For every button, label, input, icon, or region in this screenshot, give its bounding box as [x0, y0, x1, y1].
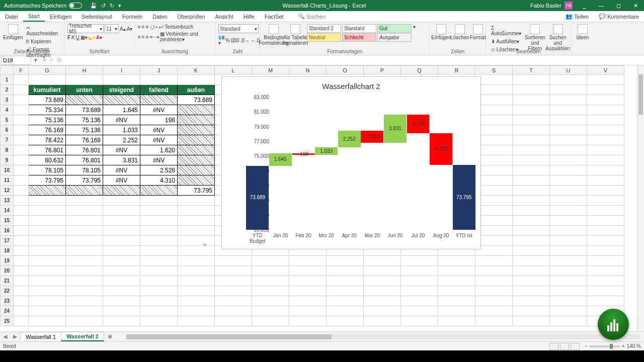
- cell-V1[interactable]: [587, 75, 624, 85]
- row-header-17[interactable]: 17: [1, 236, 14, 246]
- cell-Q22[interactable]: [401, 286, 438, 296]
- cell-J15[interactable]: [140, 216, 178, 226]
- cell-F1[interactable]: [14, 75, 29, 85]
- cell-G19[interactable]: [29, 256, 66, 266]
- tab-ueberpruefen[interactable]: Überprüfen: [173, 11, 210, 22]
- underline-button[interactable]: U: [76, 35, 79, 40]
- cell-K15[interactable]: [178, 216, 215, 226]
- col-header-U[interactable]: U: [550, 66, 587, 75]
- cell-O24[interactable]: [327, 306, 364, 316]
- cell-L20[interactable]: [215, 266, 252, 276]
- cell-S21[interactable]: [475, 276, 513, 286]
- cell-Q23[interactable]: [401, 296, 438, 306]
- cell-Q19[interactable]: [401, 256, 438, 266]
- cell-T12[interactable]: [513, 186, 550, 196]
- fill-color-button[interactable]: ◣▾: [89, 35, 95, 40]
- cell-J5[interactable]: 198: [140, 115, 178, 125]
- cell-N23[interactable]: [289, 296, 327, 306]
- cell-H7[interactable]: 76.169: [66, 135, 103, 145]
- col-header-H[interactable]: H: [66, 66, 103, 75]
- cell-G15[interactable]: [29, 216, 66, 226]
- cell-H14[interactable]: [66, 206, 103, 216]
- cell-T2[interactable]: [513, 85, 550, 95]
- cell-U7[interactable]: [550, 135, 587, 145]
- cell-U3[interactable]: [550, 95, 587, 105]
- cell-G3[interactable]: 73.689: [29, 95, 66, 105]
- tab-factset[interactable]: FactSet: [260, 11, 289, 22]
- cell-F6[interactable]: [14, 125, 29, 135]
- cell-T3[interactable]: [513, 95, 550, 105]
- cell-M19[interactable]: [252, 256, 289, 266]
- cell-K23[interactable]: [178, 296, 215, 306]
- cell-R21[interactable]: [438, 276, 475, 286]
- cell-T25[interactable]: [513, 316, 550, 326]
- zoom-out-icon[interactable]: −: [585, 343, 588, 349]
- cell-F8[interactable]: [14, 145, 29, 155]
- cell-J3[interactable]: [140, 95, 178, 105]
- cell-L23[interactable]: [215, 296, 252, 306]
- cell-P20[interactable]: [364, 266, 401, 276]
- cell-J11[interactable]: 4.310: [140, 175, 178, 186]
- cell-M23[interactable]: [252, 296, 289, 306]
- cell-V3[interactable]: [587, 95, 624, 105]
- number-format-combo[interactable]: Standard▾: [218, 24, 259, 33]
- cell-G11[interactable]: 73.795: [29, 175, 66, 186]
- cell-K20[interactable]: [178, 266, 215, 276]
- cell-G20[interactable]: [29, 266, 66, 276]
- cell-L24[interactable]: [215, 306, 252, 316]
- cell-T16[interactable]: [513, 226, 550, 236]
- ideas-button[interactable]: Ideen: [575, 24, 591, 40]
- cell-H10[interactable]: 78.105: [66, 165, 103, 175]
- copy-button[interactable]: ⎘ Kopieren: [24, 38, 61, 45]
- italic-button[interactable]: K: [71, 35, 75, 40]
- row-header-14[interactable]: 14: [1, 206, 14, 216]
- row-header-4[interactable]: 4: [1, 105, 14, 115]
- cell-J8[interactable]: 1.620: [140, 145, 178, 155]
- cell-I14[interactable]: [103, 206, 140, 216]
- cell-G12[interactable]: [29, 186, 66, 196]
- cell-I11[interactable]: #NV: [103, 175, 140, 186]
- qat-dropdown-icon[interactable]: ▾: [118, 3, 121, 9]
- cell-O22[interactable]: [327, 286, 364, 296]
- col-header-M[interactable]: M: [252, 66, 289, 75]
- tab-datei[interactable]: Datei: [0, 11, 23, 22]
- cell-O23[interactable]: [327, 296, 364, 306]
- cell-I9[interactable]: 3.831: [103, 155, 140, 165]
- cell-F3[interactable]: [14, 95, 29, 105]
- cell-J14[interactable]: [140, 206, 178, 216]
- cell-F25[interactable]: [14, 316, 29, 326]
- cell-I23[interactable]: [103, 296, 140, 306]
- zoom-slider[interactable]: [590, 345, 620, 347]
- cell-V4[interactable]: [587, 105, 624, 115]
- row-header-1[interactable]: 1: [1, 75, 14, 85]
- row-header-16[interactable]: 16: [1, 226, 14, 236]
- indent-increase-icon[interactable]: ⇥: [155, 34, 159, 40]
- tab-nav-next-icon[interactable]: ▶: [10, 333, 20, 340]
- cell-G21[interactable]: [29, 276, 66, 286]
- increase-decimal-icon[interactable]: .0→: [240, 38, 250, 43]
- cell-I8[interactable]: #NV: [103, 145, 140, 155]
- percent-icon[interactable]: %: [225, 38, 230, 43]
- view-pagebreak-icon[interactable]: [571, 343, 580, 350]
- cell-J7[interactable]: #NV: [140, 135, 178, 145]
- cell-V17[interactable]: [587, 236, 624, 246]
- cell-T11[interactable]: [513, 175, 550, 186]
- cell-R19[interactable]: [438, 256, 475, 266]
- cell-F10[interactable]: [14, 165, 29, 175]
- cell-T21[interactable]: [513, 276, 550, 286]
- cell-F9[interactable]: [14, 155, 29, 165]
- cell-I2[interactable]: steigend: [103, 85, 140, 95]
- cell-H9[interactable]: 76.801: [66, 155, 103, 165]
- maximize-icon[interactable]: ◻: [610, 0, 627, 11]
- cell-L19[interactable]: [215, 256, 252, 266]
- user-account[interactable]: Fabio Basler FB: [527, 2, 576, 10]
- zoom-in-icon[interactable]: +: [622, 343, 625, 349]
- cell-Q25[interactable]: [401, 316, 438, 326]
- cell-G6[interactable]: 76.169: [29, 125, 66, 135]
- cell-P22[interactable]: [364, 286, 401, 296]
- cell-U12[interactable]: [550, 186, 587, 196]
- share-button[interactable]: 👥Teilen: [560, 11, 594, 22]
- cell-M20[interactable]: [252, 266, 289, 276]
- bold-button[interactable]: F: [67, 35, 70, 40]
- cell-V20[interactable]: [587, 266, 624, 276]
